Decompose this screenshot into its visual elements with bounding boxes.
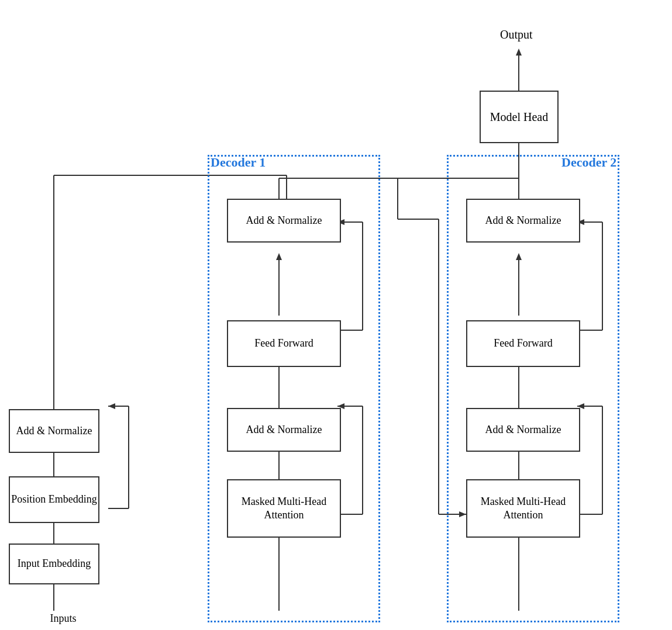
inputs-label: Inputs: [40, 612, 87, 625]
dec1-add-normalize1-block: Add & Normalize: [227, 408, 341, 452]
dec2-add-normalize1-block: Add & Normalize: [466, 408, 580, 452]
add-normalize-left-block: Add & Normalize: [9, 409, 99, 453]
decoder1-label: Decoder 1: [211, 155, 266, 170]
dec2-masked-attention-block: Masked Multi-Head Attention: [466, 479, 580, 538]
decoder2-label: Decoder 2: [561, 155, 616, 170]
dec1-feed-forward-block: Feed Forward: [227, 320, 341, 367]
input-embedding-block: Input Embedding: [9, 544, 99, 584]
dec1-masked-attention-block: Masked Multi-Head Attention: [227, 479, 341, 538]
output-label: Output: [500, 28, 533, 41]
model-head-block: Model Head: [480, 91, 559, 143]
diagram-container: Inputs Input Embedding Position Embeddin…: [0, 0, 672, 630]
svg-marker-53: [516, 49, 522, 56]
svg-marker-9: [108, 403, 115, 409]
dec2-add-normalize2-block: Add & Normalize: [466, 199, 580, 243]
dec1-add-normalize2-block: Add & Normalize: [227, 199, 341, 243]
dec2-feed-forward-block: Feed Forward: [466, 320, 580, 367]
position-embedding-block: Position Embedding: [9, 476, 99, 523]
